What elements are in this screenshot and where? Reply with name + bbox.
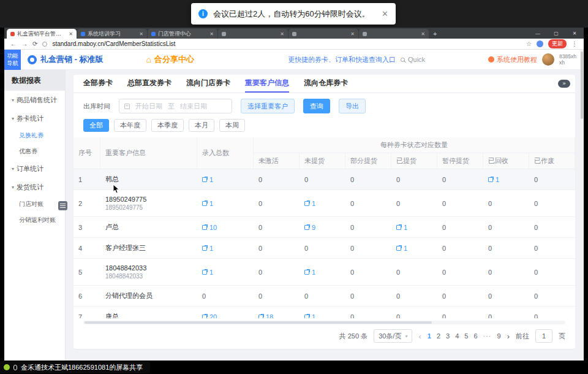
horizontal-scrollbar[interactable]: [83, 321, 565, 324]
page-number[interactable]: 5: [464, 332, 468, 340]
float-menu-button[interactable]: [58, 201, 67, 210]
page-ellipsis[interactable]: ···: [483, 332, 492, 340]
link-value[interactable]: 1: [197, 190, 254, 216]
link-value[interactable]: 1: [197, 169, 254, 189]
browser-menu-icon[interactable]: ⋮: [571, 40, 578, 47]
url-text[interactable]: standard.maboy.cn/CardMemberStatisticsLi…: [52, 40, 521, 47]
user-avatar[interactable]: [542, 53, 554, 66]
card-tab[interactable]: 流向仓库券卡: [304, 75, 348, 93]
quick-filter-chip[interactable]: 全部: [83, 119, 109, 132]
sidebar-item[interactable]: 门店对账: [4, 196, 65, 212]
link-value[interactable]: 1: [197, 259, 254, 285]
tab-close-icon[interactable]: ✕: [69, 31, 73, 37]
scrollbar-thumb[interactable]: [85, 321, 432, 324]
search-icon[interactable]: [401, 58, 405, 62]
card-tab[interactable]: 全部券卡: [83, 75, 113, 93]
tutorial-link[interactable]: 系统使用教程: [488, 55, 537, 64]
browser-tab[interactable]: 系统培训学习✕: [77, 29, 147, 39]
sidebar-item[interactable]: ▾券卡统计: [4, 109, 65, 128]
page-number[interactable]: 4: [455, 332, 459, 340]
collapse-button[interactable]: »: [558, 80, 570, 88]
tab-label: 系统培训学习: [88, 30, 137, 38]
scrollbar-thumb[interactable]: [581, 52, 583, 119]
column-header-status: 部分提货: [345, 153, 391, 169]
update-button[interactable]: 更新: [548, 39, 567, 48]
link-value[interactable]: 1: [391, 217, 437, 237]
cell-value: 0: [258, 245, 262, 252]
sidebar-item[interactable]: 优惠券: [4, 143, 65, 159]
quick-filter-chip[interactable]: 本季度: [151, 119, 184, 132]
prev-page-button[interactable]: ‹: [418, 332, 421, 341]
browser-tab[interactable]: 门店管理中心✕: [148, 29, 217, 39]
status-cell: 0: [254, 217, 300, 237]
sidebar-item[interactable]: 兑换礼券: [4, 128, 65, 143]
cell-value: 0: [202, 292, 206, 300]
link-value[interactable]: 18: [254, 307, 300, 318]
sidebar-item-label: 订单统计: [17, 164, 43, 174]
site-info-icon[interactable]: [42, 42, 47, 47]
link-value[interactable]: 1: [300, 259, 345, 285]
link-value[interactable]: 20: [197, 307, 254, 318]
select-customer-button[interactable]: 选择重要客户: [241, 99, 295, 113]
tab-close-icon[interactable]: ✕: [421, 31, 425, 37]
quick-search-label[interactable]: Quick: [408, 56, 425, 63]
browser-profile-avatar[interactable]: [537, 40, 543, 47]
sidebar-item[interactable]: ▾发货统计: [4, 178, 65, 196]
link-value[interactable]: 1: [300, 190, 345, 216]
page-number[interactable]: 1: [428, 332, 431, 340]
browser-tab[interactable]: ✕: [288, 29, 358, 39]
link-value[interactable]: 1: [300, 307, 345, 318]
page-scrollbar[interactable]: [580, 50, 584, 361]
query-button[interactable]: 查询: [303, 99, 330, 113]
card-tab[interactable]: 总部直发券卡: [127, 75, 172, 93]
export-button[interactable]: 导出: [339, 99, 366, 113]
link-value[interactable]: 9: [300, 217, 345, 237]
date-range-input[interactable]: 开始日期 至 结束日期: [119, 99, 232, 113]
quick-filter-chip[interactable]: 本周: [219, 119, 245, 132]
browser-tab[interactable]: 礼盒营销平台管理中心✕: [7, 29, 77, 39]
forward-icon[interactable]: →: [21, 40, 28, 47]
browser-tab[interactable]: ✕: [218, 29, 288, 39]
link-value[interactable]: 1: [391, 238, 437, 258]
reload-icon[interactable]: ⟳: [32, 40, 37, 47]
cell-value: 0: [488, 292, 492, 300]
filter-row: 出库时间 开始日期 至 结束日期 选择重要客户 查询 导出: [74, 93, 575, 113]
cell-value: 0: [350, 200, 354, 207]
sidebar-item[interactable]: ▾订单统计: [4, 159, 65, 178]
tab-close-icon[interactable]: ✕: [209, 31, 214, 37]
page-number[interactable]: 3: [446, 332, 450, 340]
tab-close-icon[interactable]: ✕: [280, 31, 284, 37]
share-center-link[interactable]: ⌂ 合分享中心: [146, 54, 194, 65]
page-number[interactable]: 6: [473, 332, 477, 340]
quick-entry-link[interactable]: 更快捷的券卡、订单和快递查询入口: [288, 55, 396, 64]
link-value[interactable]: 10: [197, 217, 254, 237]
card-tab[interactable]: 流向门店券卡: [186, 75, 230, 93]
goto-page-input[interactable]: [535, 329, 552, 343]
page-number[interactable]: 9: [497, 332, 501, 340]
browser-tab[interactable]: ✕: [359, 29, 429, 39]
column-header-customer: 重要客户信息: [100, 137, 197, 169]
quick-filter-chip[interactable]: 本月: [189, 119, 214, 132]
link-value[interactable]: 1: [483, 169, 529, 189]
page-number[interactable]: 2: [437, 332, 440, 340]
card-tab[interactable]: 重要客户信息: [245, 75, 289, 93]
tab-favicon-icon: [10, 32, 15, 36]
back-icon[interactable]: ←: [10, 40, 17, 47]
quick-filter-chip[interactable]: 本年度: [114, 119, 146, 132]
new-tab-button[interactable]: +: [433, 30, 437, 37]
sidebar-item[interactable]: 分销返利对账: [4, 212, 65, 228]
minimize-button[interactable]: —: [529, 28, 547, 39]
page-size-select[interactable]: 30条/页 ▾: [374, 329, 412, 343]
sidebar-item[interactable]: ▾商品销售统计: [4, 91, 65, 109]
bookmark-icon[interactable]: ☆: [526, 40, 532, 47]
close-icon[interactable]: ✕: [382, 9, 388, 18]
close-window-button[interactable]: ✕: [565, 28, 584, 39]
function-nav-toggle[interactable]: 功能 导航: [4, 50, 21, 70]
next-page-button[interactable]: ›: [507, 332, 510, 341]
tab-close-icon[interactable]: ✕: [350, 31, 355, 37]
cell-value: 0: [258, 269, 262, 276]
maximize-button[interactable]: ▢: [547, 28, 565, 39]
tab-close-icon[interactable]: ✕: [139, 31, 143, 37]
link-value[interactable]: 1: [197, 238, 254, 258]
sidebar-item-label: 商品销售统计: [17, 96, 57, 105]
